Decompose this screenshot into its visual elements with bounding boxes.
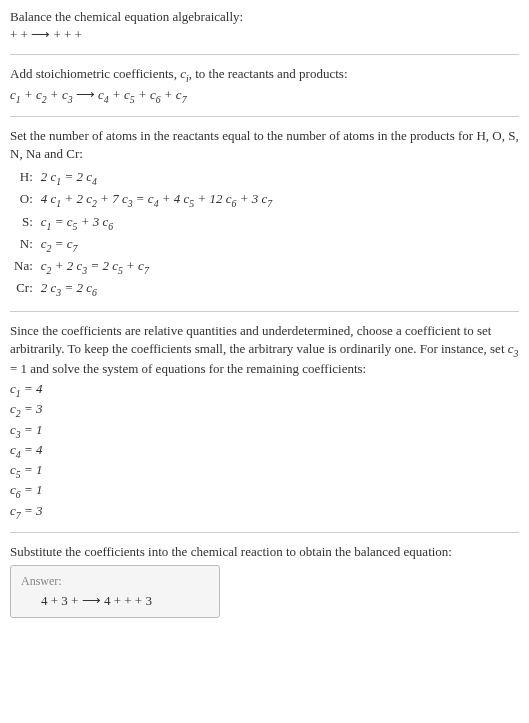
- coeff-c3: c3 = 1: [10, 421, 519, 441]
- atom-eq-o: 4 c1 + 2 c2 + 7 c3 = c4 + 4 c5 + 12 c6 +…: [37, 189, 276, 211]
- coeff-c2: c2 = 3: [10, 400, 519, 420]
- stoich-equation: c1 + c2 + c3 ⟶ c4 + c5 + c6 + c7: [10, 86, 519, 106]
- stoich-text-part2: , to the reactants and products:: [189, 66, 348, 81]
- atom-label-n: N:: [10, 234, 37, 256]
- table-row: O: 4 c1 + 2 c2 + 7 c3 = c4 + 4 c5 + 12 c…: [10, 189, 276, 211]
- atom-label-na: Na:: [10, 256, 37, 278]
- answer-left: 4 + 3 +: [41, 593, 82, 608]
- underdet-sub: 3: [514, 347, 519, 358]
- table-row: Cr: 2 c3 = 2 c6: [10, 278, 276, 300]
- atom-eq-na: c2 + 2 c3 = 2 c5 + c7: [37, 256, 276, 278]
- table-row: S: c1 = c5 + 3 c6: [10, 212, 276, 234]
- atom-eq-n: c2 = c7: [37, 234, 276, 256]
- coeff-c5: c5 = 1: [10, 461, 519, 481]
- answer-label: Answer:: [21, 574, 209, 589]
- intro-equation: + + ⟶ + + +: [10, 26, 519, 44]
- divider: [10, 532, 519, 533]
- underdetermined-text: Since the coefficients are relative quan…: [10, 322, 519, 379]
- intro-line-1: Balance the chemical equation algebraica…: [10, 8, 519, 26]
- divider: [10, 54, 519, 55]
- atom-eq-cr: 2 c3 = 2 c6: [37, 278, 276, 300]
- stoich-text: Add stoichiometric coefficients, ci, to …: [10, 65, 519, 85]
- divider: [10, 311, 519, 312]
- arrow-icon: ⟶: [82, 593, 101, 608]
- answer-right: 4 + + + 3: [101, 593, 152, 608]
- table-row: Na: c2 + 2 c3 = 2 c5 + c7: [10, 256, 276, 278]
- coeff-c1: c1 = 4: [10, 380, 519, 400]
- coeff-c6: c6 = 1: [10, 481, 519, 501]
- answer-equation: 4 + 3 + ⟶ 4 + + + 3: [21, 593, 209, 609]
- substitute-text: Substitute the coefficients into the che…: [10, 543, 519, 561]
- coefficient-list: c1 = 4 c2 = 3 c3 = 1 c4 = 4 c5 = 1 c6 = …: [10, 380, 519, 522]
- arrow-icon: ⟶: [76, 87, 95, 102]
- atom-label-h: H:: [10, 167, 37, 189]
- atom-eq-h: 2 c1 = 2 c4: [37, 167, 276, 189]
- intro-products: + + +: [53, 27, 82, 42]
- arrow-icon: ⟶: [31, 27, 53, 42]
- coeff-c7: c7 = 3: [10, 502, 519, 522]
- intro-reactants: + +: [10, 27, 31, 42]
- underdet-part2: = 1 and solve the system of equations fo…: [10, 361, 366, 376]
- stoich-text-part1: Add stoichiometric coefficients,: [10, 66, 180, 81]
- coeff-c4: c4 = 4: [10, 441, 519, 461]
- table-row: H: 2 c1 = 2 c4: [10, 167, 276, 189]
- divider: [10, 116, 519, 117]
- atoms-text: Set the number of atoms in the reactants…: [10, 127, 519, 163]
- table-row: N: c2 = c7: [10, 234, 276, 256]
- underdet-part1: Since the coefficients are relative quan…: [10, 323, 508, 356]
- atom-equations-table: H: 2 c1 = 2 c4 O: 4 c1 + 2 c2 + 7 c3 = c…: [10, 167, 276, 300]
- atom-label-o: O:: [10, 189, 37, 211]
- atom-label-cr: Cr:: [10, 278, 37, 300]
- atom-label-s: S:: [10, 212, 37, 234]
- answer-box: Answer: 4 + 3 + ⟶ 4 + + + 3: [10, 565, 220, 618]
- atom-eq-s: c1 = c5 + 3 c6: [37, 212, 276, 234]
